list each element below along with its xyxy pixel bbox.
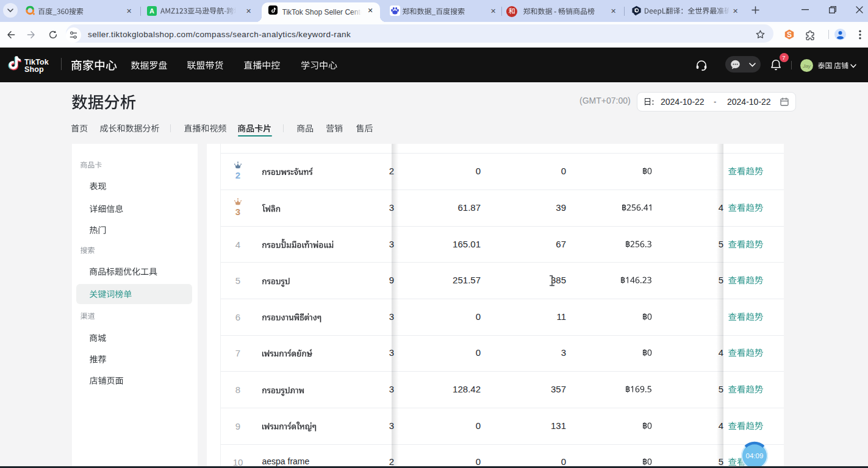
svg-text:Jay: Jay — [802, 63, 811, 69]
svg-text:S: S — [787, 30, 792, 39]
svg-text:04:09: 04:09 — [746, 452, 764, 459]
